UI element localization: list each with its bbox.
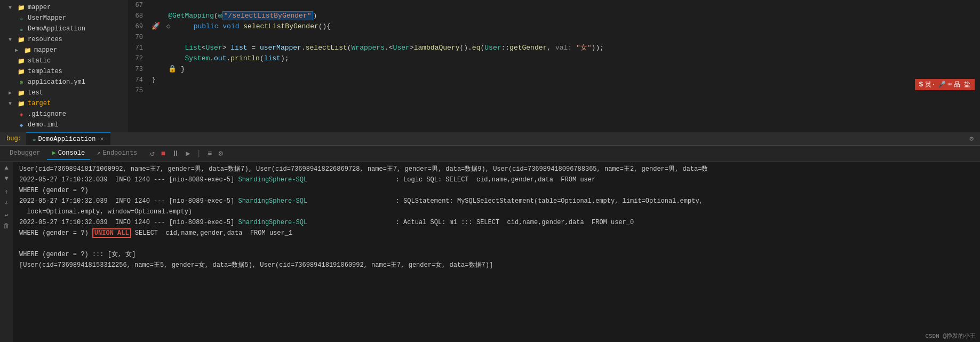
resume-icon[interactable]: ▶ [184, 148, 192, 159]
ime-mic-icon: 🎤 [938, 81, 946, 89]
tab-console[interactable]: ▶ Console [47, 147, 91, 160]
wrap-btn[interactable]: ↩ [2, 211, 11, 219]
folder-icon: 📁 [17, 3, 26, 12]
code-content: @GetMapping(◎"/selectListByGender") 🚀 ◇ … [147, 0, 980, 132]
scroll-bottom-btn[interactable]: ⇓ [2, 198, 11, 206]
sidebar-item-templates[interactable]: 📁 templates [0, 66, 128, 77]
scroll-down-btn[interactable]: ▼ [2, 174, 11, 183]
console-line-9: WHERE (gender = ?) ::: [女, 女] [13, 249, 980, 260]
yml-file-icon: ⚙ [17, 78, 26, 86]
sidebar-item-demoliml[interactable]: ◆ demo.iml [0, 120, 128, 130]
sidebar-item-mapper[interactable]: ▼ 📁 mapper [0, 2, 128, 13]
folder-icon: 📁 [17, 99, 26, 108]
console-line-2: 2022-05-27 17:10:32.039 INFO 1240 --- [n… [13, 174, 980, 185]
arrow-icon: ▶ [9, 90, 15, 96]
stop-icon[interactable]: ■ [159, 148, 168, 159]
arrow-icon: ▼ [9, 37, 15, 43]
console-line-7: WHERE (gender = ?) UNION ALL SELECT cid,… [13, 228, 980, 238]
tab-endpoints[interactable]: ↗ Endpoints [91, 147, 142, 160]
ime-label: 英· [925, 80, 935, 89]
sidebar-item-target[interactable]: ▼ 📁 target [0, 98, 128, 109]
settings-icon[interactable]: ⚙ [216, 148, 225, 159]
code-line-72: System.out.println(list); [152, 53, 976, 64]
sidebar-item-gitignore[interactable]: ◈ .gitignore [0, 109, 128, 120]
sidebar-item-mapper-resources[interactable]: ▶ 📁 mapper [0, 45, 128, 55]
separator: | [195, 148, 203, 159]
code-line-71: List<User> list = userMapper.selectList(… [152, 43, 976, 53]
console-line-10: [User(cid=736989418153312256, name=王5, g… [13, 260, 980, 271]
debug-toolbar-icons: ↺ ■ ⏸ ▶ | ≡ ⚙ [148, 148, 225, 159]
code-line-75 [152, 85, 976, 96]
console-line-6: 2022-05-27 17:10:32.039 INFO 1240 --- [n… [13, 217, 980, 228]
console-line-3: WHERE (gender = ?) [13, 185, 980, 196]
sidebar-item-static[interactable]: 📁 static [0, 55, 128, 66]
union-all-highlight: UNION ALL [92, 228, 131, 238]
ime-mode: S [919, 81, 923, 89]
scroll-up-btn[interactable]: ▲ [2, 164, 11, 172]
pause-icon[interactable]: ⏸ [170, 148, 181, 159]
arrow-icon: ▼ [9, 101, 15, 107]
console-line-8 [13, 238, 980, 249]
settings-gear-icon[interactable]: ⚙ [965, 134, 978, 143]
file-tree: ▼ 📁 mapper ☕ UserMapper ☕ DemoApplicatio… [0, 0, 128, 132]
filter-icon[interactable]: ≡ [205, 148, 214, 159]
folder-icon: 📁 [17, 57, 26, 65]
sidebar-item-resources[interactable]: ▼ 📁 resources [0, 34, 128, 45]
arrow-icon: ▶ [15, 47, 21, 53]
clear-btn[interactable]: 🗑 [2, 221, 11, 230]
folder-icon: 📁 [23, 46, 32, 54]
iml-file-icon: ◆ [17, 121, 26, 129]
console-line-5: lock=Optional.empty, window=Optional.emp… [13, 206, 980, 217]
code-editor: 67 68 69 70 71 72 73 74 75 @GetMapping(◎… [128, 0, 980, 132]
folder-icon: 📁 [17, 67, 26, 76]
debug-label: bug: [2, 134, 26, 144]
debug-tabs: Debugger ▶ Console ↗ Endpoints ↺ ■ ⏸ ▶ |… [0, 146, 980, 162]
ime-bar[interactable]: S 英· 🎤 ⌨ 品 盐 [915, 79, 975, 90]
console-output: User(cid=736989418171060992, name=王7, ge… [13, 162, 980, 342]
code-line-67 [152, 0, 976, 11]
console-line-1: User(cid=736989418171060992, name=王7, ge… [13, 164, 980, 174]
debug-tab-bar: bug: ☕ DemoApplication ✕ ⚙ [0, 132, 980, 146]
java-file-icon: ☕ [17, 25, 26, 33]
line-numbers: 67 68 69 70 71 72 73 74 75 [128, 0, 147, 132]
debug-app-tab[interactable]: ☕ DemoApplication ✕ [26, 132, 110, 145]
sidebar-item-usermapper[interactable]: ☕ UserMapper [0, 13, 128, 23]
debug-main: ▲ ▼ ⇑ ⇓ ↩ 🗑 User(cid=736989418171060992,… [0, 162, 980, 342]
folder-icon: 📁 [17, 35, 26, 44]
code-line-70 [152, 32, 976, 43]
close-tab-icon[interactable]: ✕ [100, 135, 103, 143]
tab-debugger[interactable]: Debugger [4, 147, 46, 160]
sidebar-item-demoapplication[interactable]: ☕ DemoApplication [0, 23, 128, 34]
arrow-icon: ▼ [9, 5, 15, 11]
endpoints-icon: ↗ [97, 149, 100, 157]
scroll-top-btn[interactable]: ⇑ [2, 187, 11, 196]
sidebar-item-application-yml[interactable]: ⚙ application.yml [0, 77, 128, 88]
code-line-69: 🚀 ◇ public void selectListByGender(){ [152, 21, 976, 32]
code-line-73: 🔒 } [152, 64, 976, 75]
console-line-4: 2022-05-27 17:10:32.039 INFO 1240 --- [n… [13, 196, 980, 206]
watermark: CSDN @挣发的小王 [925, 332, 976, 340]
ime-keyboard-icon: ⌨ [948, 81, 952, 89]
sidebar-item-test[interactable]: ▶ 📁 test [0, 88, 128, 98]
code-line-74: } [152, 75, 976, 85]
code-line-68: @GetMapping(◎"/selectListByGender") [152, 11, 976, 21]
git-file-icon: ◈ [17, 110, 26, 118]
console-run-icon: ▶ [52, 149, 56, 157]
ime-extra: 品 盐 [954, 80, 970, 89]
folder-icon: 📁 [17, 89, 26, 97]
debug-side-buttons: ▲ ▼ ⇑ ⇓ ↩ 🗑 [0, 162, 13, 342]
java-file-icon: ☕ [17, 14, 26, 22]
rerun-icon[interactable]: ↺ [148, 148, 156, 159]
